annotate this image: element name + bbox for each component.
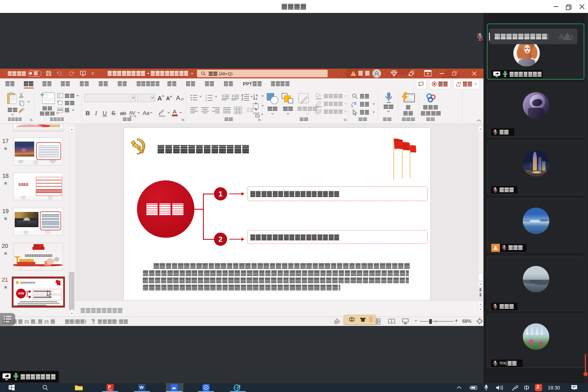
svg-text:A: A <box>256 94 258 97</box>
svg-text:3: 3 <box>206 99 207 101</box>
svg-text:c: c <box>351 105 353 108</box>
svg-text:2: 2 <box>206 97 207 99</box>
svg-text:b: b <box>354 102 356 105</box>
svg-text:1: 1 <box>206 94 207 97</box>
